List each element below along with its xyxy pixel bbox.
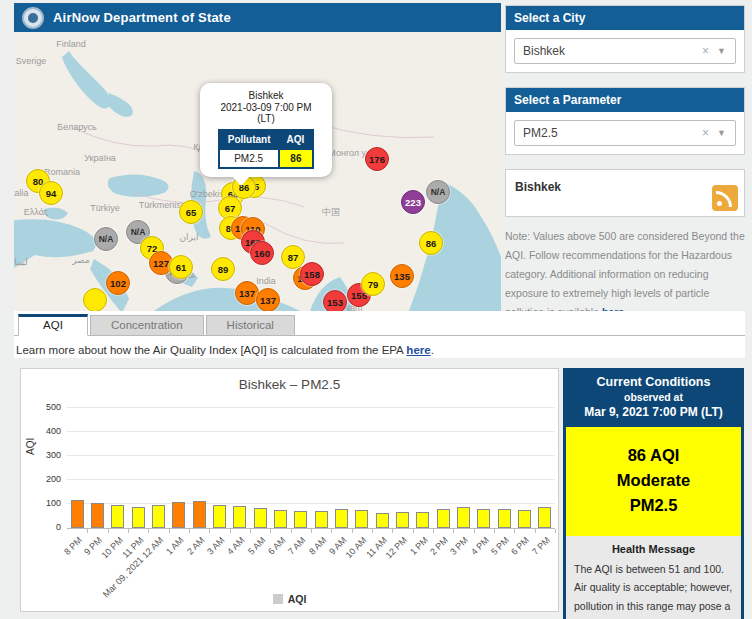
aqi-marker[interactable]: 137 xyxy=(256,288,280,311)
bar-3-pm[interactable] xyxy=(457,507,470,528)
aqi-marker[interactable]: 89 xyxy=(211,257,235,281)
aqi-marker[interactable]: 223 xyxy=(401,190,425,214)
aqi-marker[interactable]: N/A xyxy=(94,227,118,251)
aqi-chart-panel: Bishkek – PM2.5 AQI 0100200300400500 8 P… xyxy=(20,368,559,612)
aqi-note: Note: Values above 500 are considered Be… xyxy=(505,227,745,321)
bar-4-pm[interactable] xyxy=(477,509,490,528)
x-tick-label: 5 AM xyxy=(246,535,268,557)
bar-8-am[interactable] xyxy=(315,511,328,528)
cc-timestamp: Mar 9, 2021 7:00 PM (LT) xyxy=(568,405,739,419)
popup-timezone: (LT) xyxy=(206,113,326,124)
bar-9-pm[interactable] xyxy=(91,503,104,528)
bar-11-pm[interactable] xyxy=(132,507,145,528)
aqi-marker[interactable]: 65 xyxy=(179,200,203,224)
aqi-marker[interactable] xyxy=(83,288,107,311)
bar-3-am[interactable] xyxy=(213,505,226,528)
bar-4-am[interactable] xyxy=(233,506,246,528)
gridline xyxy=(67,431,555,432)
learn-more-here-link[interactable]: here xyxy=(406,344,430,356)
cc-aqi-block: 86 AQI Moderate PM2.5 xyxy=(566,427,741,536)
x-tick-label: 10 PM xyxy=(99,535,124,560)
tab-concentration[interactable]: Concentration xyxy=(90,315,204,335)
aqi-marker[interactable]: 158 xyxy=(300,262,324,286)
bar-10-am[interactable] xyxy=(355,510,368,528)
x-tick-label: 8 PM xyxy=(62,535,84,557)
bar-10-pm[interactable] xyxy=(111,505,124,528)
bar-6-am[interactable] xyxy=(274,510,287,528)
bar-8-pm[interactable] xyxy=(71,500,84,528)
x-tick-label: 1 PM xyxy=(408,535,430,557)
bar-6-pm[interactable] xyxy=(518,510,531,528)
aqi-marker[interactable]: 135 xyxy=(390,264,414,288)
x-tick-label: 7 PM xyxy=(530,535,552,557)
aqi-marker[interactable]: 102 xyxy=(106,271,130,295)
parameter-clear-icon[interactable]: × xyxy=(702,126,709,140)
gridline xyxy=(67,407,555,408)
aqi-marker[interactable]: 61 xyxy=(169,255,193,279)
aqi-marker[interactable]: N/A xyxy=(426,180,450,204)
chart-x-axis-labels: 8 PM9 PM10 PM11 PMMar 09, 2021 12 AM1 AM… xyxy=(67,533,555,585)
aqi-map[interactable]: FinlandSverigeБеларусьУкраїнаRomaniaItal… xyxy=(14,33,501,311)
bar-2-am[interactable] xyxy=(193,501,206,528)
bar-7-am[interactable] xyxy=(294,511,307,528)
cc-pollutant: PM2.5 xyxy=(570,493,737,518)
aqi-marker[interactable]: 160 xyxy=(250,241,274,265)
popup-col-aqi: AQI xyxy=(279,130,314,149)
bar-11-am[interactable] xyxy=(376,513,389,528)
bar-1-pm[interactable] xyxy=(416,512,429,528)
cc-health-block: Health Message The AQI is between 51 and… xyxy=(566,536,741,619)
popup-city: Bishkek xyxy=(206,90,326,101)
popup-datetime: 2021-03-09 7:00 PM xyxy=(206,102,326,113)
cc-aqi-category: Moderate xyxy=(570,468,737,493)
y-tick-label: 300 xyxy=(46,450,61,460)
cc-health-title: Health Message xyxy=(574,543,733,555)
x-tick-label: 6 PM xyxy=(510,535,532,557)
cc-aqi-value: 86 AQI xyxy=(570,443,737,468)
parameter-caret-icon[interactable]: ▼ xyxy=(717,128,726,138)
bar-mar-09-2021-12-am[interactable] xyxy=(152,505,165,528)
map-country-label: Sverige xyxy=(16,56,47,66)
tab-historical[interactable]: Historical xyxy=(206,315,295,335)
bar-5-pm[interactable] xyxy=(498,509,511,528)
gridline xyxy=(67,503,555,504)
tab-aqi[interactable]: AQI xyxy=(18,314,88,336)
aqi-marker[interactable]: 176 xyxy=(365,147,389,171)
bar-5-am[interactable] xyxy=(254,508,267,528)
learn-more-text: Learn more about how the Air Quality Ind… xyxy=(16,344,406,356)
y-tick-label: 0 xyxy=(56,522,61,532)
city-clear-icon[interactable]: × xyxy=(702,44,709,58)
current-conditions-panel: Current Conditions observed at Mar 9, 20… xyxy=(563,368,744,619)
cc-health-text: The AQI is between 51 and 100. Air quali… xyxy=(574,560,733,619)
city-panel-title: Select a City xyxy=(506,6,744,30)
aqi-marker[interactable]: 86 xyxy=(419,231,443,255)
bar-2-pm[interactable] xyxy=(437,509,450,528)
aqi-marker[interactable]: 94 xyxy=(39,181,63,205)
legend-label: AQI xyxy=(288,593,307,605)
map-country-label: ليبيا xyxy=(14,257,28,267)
x-tick-label: 4 AM xyxy=(225,535,247,557)
map-country-label: ايران xyxy=(179,232,198,242)
bar-1-am[interactable] xyxy=(172,502,185,528)
chart-plot-area: 0100200300400500 xyxy=(67,409,555,529)
x-tick-label: 2 AM xyxy=(185,535,207,557)
chart-title: Bishkek – PM2.5 xyxy=(21,369,558,392)
cc-subtitle: observed at xyxy=(568,391,739,403)
bar-7-pm[interactable] xyxy=(538,507,551,528)
map-country-label: Finland xyxy=(56,39,86,49)
app-title: AirNow Department of State xyxy=(53,10,231,25)
rss-feed-icon[interactable] xyxy=(712,185,738,211)
city-select[interactable]: Bishkek × ▼ xyxy=(514,38,736,64)
city-select-value: Bishkek xyxy=(523,44,565,58)
aqi-marker[interactable]: 153 xyxy=(323,290,347,311)
parameter-select[interactable]: PM2.5 × ▼ xyxy=(514,120,736,146)
popup-col-pollutant: Pollutant xyxy=(219,130,279,149)
aqi-marker[interactable]: 79 xyxy=(361,272,385,296)
note-text: Note: Values above 500 are considered Be… xyxy=(505,230,745,318)
city-caret-icon[interactable]: ▼ xyxy=(717,46,726,56)
app-header: AirNow Department of State xyxy=(14,3,501,32)
y-tick-label: 100 xyxy=(46,498,61,508)
x-tick-label: 3 PM xyxy=(449,535,471,557)
bar-9-am[interactable] xyxy=(335,509,348,528)
x-tick-label: 7 AM xyxy=(286,535,308,557)
bar-12-pm[interactable] xyxy=(396,512,409,528)
